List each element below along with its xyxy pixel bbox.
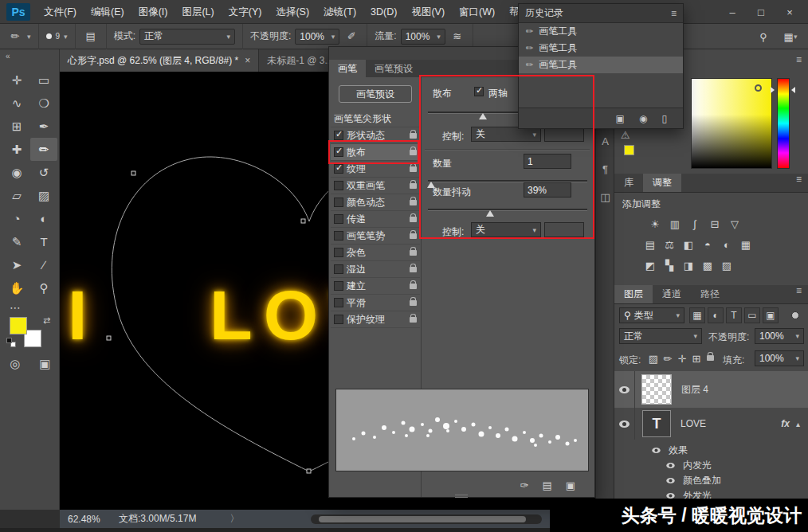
lock-icon[interactable] [410,217,417,222]
swatches-panel-icon[interactable]: ◫ [596,191,614,203]
brush-item-build-up[interactable]: 建立 [331,278,420,295]
lock-icon[interactable] [410,133,417,139]
adjustment-icon-selective-color[interactable]: ▨ [718,258,735,273]
adjustment-icon-gradient-map[interactable]: ▩ [699,258,716,273]
maximize-button[interactable]: □ [751,4,771,20]
brush-item-shape-dynamics[interactable]: 形状动态 [331,127,420,144]
checkbox[interactable] [334,131,343,140]
layer-row-text[interactable]: T LOVE fx ▴ [614,408,808,440]
lock-artboard-icon[interactable]: ⊞ [689,351,704,366]
control2-select[interactable]: 关 ▾ [471,222,541,237]
menu-edit[interactable]: 编辑(E) [84,0,131,24]
tab-channels[interactable]: 通道 [653,285,691,303]
fx-badge[interactable]: fx [781,418,790,429]
adjustment-icon-levels[interactable]: ▥ [666,217,684,232]
tool-eraser[interactable]: ▱ [3,184,30,207]
status-expand-icon[interactable]: 〉 [229,512,239,526]
tool-dodge[interactable]: ◐ [30,207,57,230]
lock-image-pixels-icon[interactable]: ✏ [661,351,675,366]
checkbox[interactable] [334,181,343,190]
lock-icon[interactable] [410,284,417,289]
checkbox[interactable] [334,264,343,274]
text-layer-thumbnail[interactable]: T [642,410,671,437]
tool-hand[interactable]: ✋ [3,276,30,299]
lock-icon[interactable] [410,166,417,172]
checkbox[interactable] [334,214,343,224]
tool-clone-stamp[interactable]: ◉ [3,161,30,184]
checkbox[interactable] [334,231,343,241]
filter-adjustment-layers-icon[interactable]: ◐ [708,307,724,323]
color-sample-marker[interactable] [755,84,762,92]
layer-filter-toggle[interactable] [791,311,799,319]
history-state[interactable]: ✏ 画笔工具 [519,23,683,40]
tab-libraries[interactable]: 库 [614,174,643,192]
tool-line[interactable]: ∕ [30,253,57,276]
tool-rectangular-marquee[interactable]: ▭ [30,68,57,92]
brush-presets-button[interactable]: 画笔预设 [339,85,412,103]
lock-icon[interactable] [410,183,417,189]
tool-spot-healing-brush[interactable]: ✚ [3,138,30,161]
adjustment-icon-posterize[interactable]: ▚ [661,258,678,273]
quick-mask-button[interactable]: ◎ [2,352,29,375]
layer-thumbnail[interactable] [641,374,672,405]
document-tab-active[interactable]: 心形字.psd @ 62.5% (图层 4, RGB/8#) * × [60,49,258,72]
blend-mode-select[interactable]: 正常 ▾ [619,328,702,344]
color-saturation-square[interactable] [691,78,772,169]
slider-thumb[interactable] [486,210,494,217]
brush-item-smoothing[interactable]: 平滑 [331,295,420,311]
menu-filter[interactable]: 滤镜(T) [316,0,363,24]
filter-type-layers-icon[interactable]: T [726,307,742,323]
collapse-effects-icon[interactable]: ▴ [796,420,800,428]
effect-row-color-overlay[interactable]: 颜色叠加 [614,473,808,488]
brush-size-picker[interactable]: 9 ▾ [39,24,76,49]
history-state[interactable]: ✏ 画笔工具 [519,40,683,57]
hue-strip[interactable] [777,78,790,169]
lock-icon[interactable] [410,233,417,239]
search-icon[interactable]: ⚲ [755,28,771,45]
menu-file[interactable]: 文件(F) [37,0,84,24]
close-tab-icon[interactable]: × [245,55,250,66]
gamut-color-swatch[interactable] [624,145,634,155]
adjustment-icon-color-lookup[interactable]: ▦ [737,237,755,252]
adjustment-icon-channel-mixer[interactable]: ◐ [718,237,735,252]
tab-brush[interactable]: 画笔 [329,60,366,77]
adjustment-icon-vibrance[interactable]: ▽ [726,217,743,232]
checkbox[interactable] [334,147,343,157]
lock-icon[interactable] [410,250,417,256]
default-colors-icon[interactable] [6,338,16,347]
new-document-from-state-icon[interactable]: ▣ [616,113,625,124]
layer-row-selected[interactable]: 图层 4 [614,371,808,408]
brush-preview-toggle-icon[interactable]: ✑ [520,479,529,491]
preset-manager-icon[interactable]: ▤ [542,479,551,491]
fill-select[interactable]: 100% ▾ [755,350,804,366]
tool-preset-picker[interactable]: ✏ ▾ [0,24,39,49]
panel-resize-gripper[interactable] [455,495,468,498]
eye-icon[interactable] [619,386,630,393]
brush-item-dual-brush[interactable]: 双重画笔 [331,178,420,194]
tool-pen[interactable]: ✎ [3,230,30,253]
brush-item-transfer[interactable]: 传递 [331,211,420,228]
opacity-select[interactable]: 100% ▾ [295,29,339,45]
layer-filter-type-select[interactable]: ⚲ 类型 ▾ [619,307,684,323]
airbrush-icon[interactable]: ≋ [449,28,465,45]
tab-brush-presets[interactable]: 画笔预设 [366,60,422,77]
history-state-selected[interactable]: ✏ 画笔工具 [519,57,683,73]
panel-menu-icon[interactable]: ≡ [796,174,802,192]
checkbox[interactable] [334,315,343,324]
menu-select[interactable]: 选择(S) [269,0,316,24]
brush-item-wet-edges[interactable]: 湿边 [331,261,420,278]
adjustment-icon-threshold[interactable]: ◨ [680,258,697,273]
new-snapshot-icon[interactable]: ◉ [639,113,647,124]
brush-item-brush-pose[interactable]: 画笔笔势 [331,228,420,244]
lock-icon[interactable] [410,200,417,205]
workspace-switcher[interactable]: ▦ ▾ [783,28,798,45]
count-jitter-slider[interactable] [428,205,587,216]
eye-icon[interactable] [666,463,674,468]
count-value-field[interactable]: 1 [524,154,571,169]
tool-brush[interactable]: ✏ [30,138,57,161]
checkbox[interactable] [334,281,343,291]
brush-item-color-dynamics[interactable]: 颜色动态 [331,194,420,211]
checkbox[interactable] [334,164,343,174]
tool-lasso[interactable]: ∿ [3,92,30,115]
tool-eyedropper[interactable]: ✒ [30,115,57,138]
